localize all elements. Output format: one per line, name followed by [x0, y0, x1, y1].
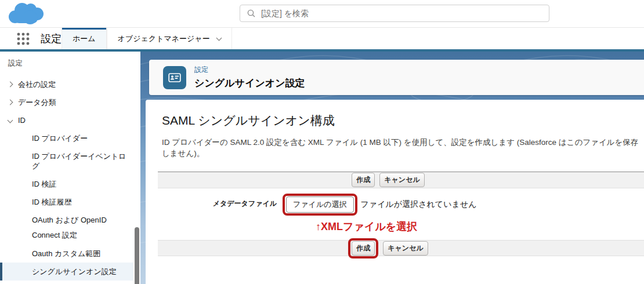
global-search-box[interactable]: [240, 5, 549, 22]
sidebar-item[interactable]: ID: [0, 111, 133, 129]
section-description: ID プロバイダーの SAML 2.0 設定を含む XML ファイル (1 MB…: [162, 137, 644, 159]
sidebar-item[interactable]: 会社の設定: [0, 75, 133, 93]
sidebar-item[interactable]: ID プロバイダーイベントログ: [0, 147, 133, 175]
tab-home[interactable]: ホーム: [61, 28, 107, 49]
sidebar-item-label: 会社の設定: [18, 79, 56, 89]
sidebar-item[interactable]: ID プロバイダー: [0, 129, 133, 147]
annotation-text: ↑XMLファイルを選択: [316, 220, 476, 234]
page-title: シングルサインオン設定: [194, 77, 305, 90]
create-button-bottom[interactable]: 作成: [352, 241, 375, 256]
form-bottom-button-bar: 作成 キャンセル: [158, 240, 644, 256]
file-status-text: ファイルが選択されていません: [361, 199, 477, 210]
page-header-text: 設定 シングルサインオン設定: [194, 65, 305, 90]
chevron-right-icon[interactable]: [8, 100, 13, 105]
sidebar-item-label: シングルサインオン設定: [32, 267, 117, 276]
tab-home-label: ホーム: [73, 34, 96, 44]
main-content-card: SAML シングルサインオン構成 ID プロバイダーの SAML 2.0 設定を…: [146, 100, 644, 284]
global-header: [0, 0, 644, 28]
page-header-card: 設定 シングルサインオン設定: [149, 60, 644, 95]
breadcrumb: 設定: [194, 65, 305, 75]
cancel-button-bottom[interactable]: キャンセル: [383, 241, 428, 256]
search-input[interactable]: [261, 9, 549, 18]
tab-object-manager-label: オブジェクトマネージャー: [118, 34, 210, 44]
sidebar-item-label: ID 検証履歴: [32, 197, 72, 207]
section-heading: SAML シングルサインオン構成: [162, 112, 644, 129]
main-area: 設定 シングルサインオン設定 SAML シングルサインオン構成 ID プロバイダ…: [140, 52, 644, 284]
sidebar-item[interactable]: OAuth および OpenID Connect 設定: [0, 211, 133, 245]
metadata-file-label: メタデータファイル: [158, 194, 277, 240]
sidebar-item[interactable]: データ分類: [0, 93, 133, 111]
sidebar-item-label: ID: [18, 115, 26, 125]
app-launcher-icon[interactable]: [16, 32, 30, 46]
chevron-right-icon[interactable]: [8, 82, 13, 88]
chevron-down-icon: [216, 35, 222, 41]
sidebar-item-label: Oauth カスタム範囲: [32, 249, 100, 258]
metadata-file-row: メタデータファイル ファイルの選択 ファイルが選択されていません ↑XMLファイ…: [158, 188, 644, 240]
sidebar-item-label: ID プロバイダーイベントログ: [32, 151, 130, 171]
annotation-highlight-circle: 作成: [348, 238, 378, 258]
sidebar-scrollbar[interactable]: [135, 227, 139, 284]
sidebar-item[interactable]: Oauth カスタム範囲: [0, 245, 133, 263]
form-top-button-bar: 作成 キャンセル: [158, 172, 644, 188]
choose-file-button[interactable]: ファイルの選択: [286, 196, 354, 213]
sidebar-item-label: データ分類: [18, 97, 56, 107]
sidebar-item[interactable]: シングルサインオン設定: [0, 263, 133, 281]
setup-tab-bar: 設定 ホーム オブジェクトマネージャー: [0, 28, 644, 49]
sidebar-item[interactable]: ID 検証履歴: [0, 193, 133, 211]
setup-sidebar: 設定 会社の設定データ分類IDID プロバイダーID プロバイダーイベントログI…: [0, 52, 140, 284]
sidebar-item-label: OAuth および OpenID Connect 設定: [32, 213, 130, 243]
search-icon: [247, 9, 255, 17]
sidebar-nav: 会社の設定データ分類IDID プロバイダーID プロバイダーイベントログID 検…: [0, 75, 140, 284]
sidebar-title: 設定: [0, 56, 140, 75]
tab-object-manager[interactable]: オブジェクトマネージャー: [107, 28, 232, 49]
sidebar-item[interactable]: ID 検証: [0, 175, 133, 193]
metadata-file-control: ファイルの選択 ファイルが選択されていません ↑XMLファイルを選択: [283, 194, 476, 240]
salesforce-setup-window: 設定 ホーム オブジェクトマネージャー 設定 会社の設定データ分類IDID プロ…: [0, 0, 644, 284]
sidebar-item-label: ID プロバイダー: [32, 133, 88, 143]
sidebar-item-label: ID 検証: [32, 179, 57, 189]
create-button-top[interactable]: 作成: [352, 173, 375, 187]
sidebar-item[interactable]: トークン交換ハンドラー: [0, 281, 133, 284]
annotation-highlight-box: ファイルの選択: [283, 194, 357, 216]
single-sign-on-icon: [163, 66, 186, 89]
saml-config-form: 作成 キャンセル メタデータファイル ファイルの選択 ファイルが選択されていませ…: [158, 172, 644, 256]
salesforce-logo-icon: [7, 2, 45, 26]
chevron-down-icon[interactable]: [8, 118, 13, 123]
cancel-button-top[interactable]: キャンセル: [379, 173, 424, 187]
app-title: 設定: [41, 32, 61, 46]
